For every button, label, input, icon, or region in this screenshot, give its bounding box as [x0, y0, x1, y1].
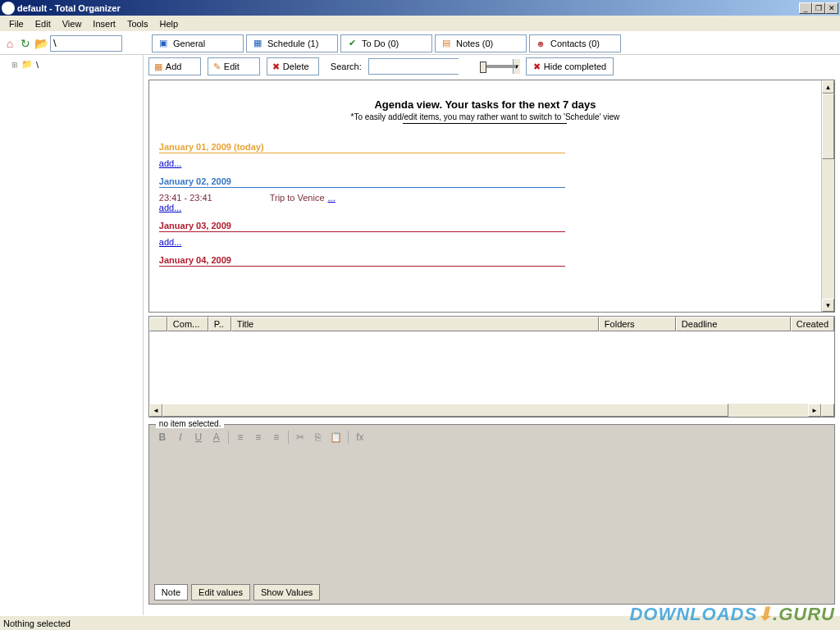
col-icon[interactable]: [149, 317, 167, 331]
col-folders[interactable]: Folders: [599, 317, 676, 331]
paste-icon[interactable]: 📋: [330, 431, 343, 444]
titlebar: default - Total Organizer _ ❐ ✕: [0, 0, 840, 16]
menu-tools[interactable]: Tools: [121, 17, 154, 30]
calendar-icon: ▦: [252, 38, 263, 49]
divider: [403, 123, 567, 124]
note-tab-note[interactable]: Note: [154, 584, 188, 600]
cut-icon[interactable]: ✂: [294, 431, 307, 444]
scroll-up-icon[interactable]: ▲: [822, 80, 834, 94]
scroll-left-icon[interactable]: ◄: [149, 404, 162, 417]
folder-icon: 📁: [21, 59, 33, 70]
align-right-icon[interactable]: ≡: [270, 431, 283, 444]
tab-notes[interactable]: ▤Notes (0): [435, 34, 527, 52]
zoom-slider[interactable]: [480, 65, 516, 68]
hide-icon: ✖: [533, 62, 541, 72]
scroll-down-icon[interactable]: ▼: [822, 299, 834, 312]
home-icon[interactable]: ⌂: [3, 37, 16, 50]
refresh-icon[interactable]: ↻: [19, 37, 32, 50]
event-title: Trip to Venice: [270, 193, 325, 203]
day-header: January 03, 2009: [159, 221, 565, 232]
tab-label: General: [173, 39, 205, 48]
col-priority[interactable]: P..: [208, 317, 231, 331]
note-legend: no item selected.: [156, 419, 225, 428]
minimize-button[interactable]: _: [799, 2, 812, 14]
tab-label: Notes (0): [456, 39, 493, 48]
search-combo[interactable]: ▼: [368, 58, 459, 75]
tree-root[interactable]: ⊞ 📁 \: [3, 58, 139, 71]
underline-icon[interactable]: U: [192, 431, 205, 444]
note-panel: no item selected. B I U A ≡ ≡ ≡ ✂ ⎘ 📋 fx…: [148, 424, 835, 605]
tab-general[interactable]: ▣General: [152, 34, 244, 52]
italic-icon[interactable]: I: [174, 431, 187, 444]
tree-root-label: \: [36, 60, 39, 70]
person-icon: ☻: [535, 38, 546, 49]
vertical-scrollbar[interactable]: ▲ ▼: [821, 80, 834, 312]
note-tab-show-values[interactable]: Show Values: [253, 584, 320, 600]
arrow-icon: ⬇: [757, 604, 773, 624]
menu-help[interactable]: Help: [154, 17, 185, 30]
note-tab-edit-values[interactable]: Edit values: [191, 584, 250, 600]
path-input[interactable]: [50, 35, 122, 52]
add-link[interactable]: add...: [159, 203, 182, 212]
edit-button[interactable]: ✎Edit: [208, 57, 260, 75]
menu-view[interactable]: View: [57, 17, 88, 30]
pencil-icon: ✎: [213, 62, 221, 72]
copy-icon[interactable]: ⎘: [312, 431, 325, 444]
scroll-thumb[interactable]: [162, 404, 728, 417]
table-header: Com... P.. Title Folders Deadline Create…: [149, 317, 834, 331]
scroll-right-icon[interactable]: ►: [808, 404, 821, 417]
note-icon: ▤: [441, 38, 452, 49]
menu-edit[interactable]: Edit: [30, 17, 57, 30]
table-body: [149, 331, 834, 404]
tree-expand-icon: ⊞: [11, 61, 18, 69]
menubar: File Edit View Insert Tools Help: [0, 16, 840, 32]
folder-open-icon[interactable]: 📂: [34, 37, 48, 50]
horizontal-scrollbar[interactable]: ◄ ►: [149, 404, 834, 417]
add-button[interactable]: ▦Add: [148, 57, 201, 75]
font-color-icon[interactable]: A: [210, 431, 223, 444]
day-header: January 02, 2009: [159, 176, 565, 188]
note-toolbar: B I U A ≡ ≡ ≡ ✂ ⎘ 📋 fx: [149, 425, 834, 445]
status-text: Nothing selected: [3, 619, 71, 628]
task-table: Com... P.. Title Folders Deadline Create…: [148, 316, 835, 418]
action-toolbar: ▦Add ✎Edit ✖Delete Search: ▼ ✖Hide compl…: [144, 55, 840, 78]
plus-icon: ▦: [154, 62, 162, 72]
agenda-title: Agenda view. Your tasks for the next 7 d…: [159, 98, 811, 111]
add-link[interactable]: add...: [159, 237, 182, 247]
align-left-icon[interactable]: ≡: [234, 431, 247, 444]
align-center-icon[interactable]: ≡: [252, 431, 265, 444]
maximize-button[interactable]: ❐: [812, 2, 825, 14]
col-created[interactable]: Created: [791, 317, 834, 331]
main-toolbar: ⌂ ↻ 📂 ▣General ▦Schedule (1) ✔To Do (0) …: [0, 32, 840, 55]
watermark: DOWNLOADS⬇.GURU: [629, 604, 835, 625]
day-header: January 04, 2009: [159, 255, 565, 267]
scroll-thumb[interactable]: [822, 94, 834, 159]
event-row[interactable]: 23:41 - 23:41 Trip to Venice...: [159, 193, 811, 203]
general-icon: ▣: [158, 38, 169, 49]
menu-file[interactable]: File: [3, 17, 30, 30]
hide-completed-button[interactable]: ✖Hide completed: [526, 57, 614, 75]
app-icon: [2, 2, 15, 15]
add-link[interactable]: add...: [159, 158, 182, 168]
bold-icon[interactable]: B: [156, 431, 169, 444]
close-button[interactable]: ✕: [825, 2, 838, 14]
separator: [228, 431, 229, 444]
tab-schedule[interactable]: ▦Schedule (1): [246, 34, 338, 52]
event-time: 23:41 - 23:41: [159, 193, 212, 203]
menu-insert[interactable]: Insert: [87, 17, 121, 30]
delete-button[interactable]: ✖Delete: [267, 57, 319, 75]
col-complete[interactable]: Com...: [167, 317, 208, 331]
event-more-link[interactable]: ...: [328, 193, 336, 203]
agenda-subtitle: *To easily add/edit items, you may rathe…: [159, 112, 811, 121]
scroll-corner: [821, 404, 834, 417]
tab-contacts[interactable]: ☻Contacts (0): [529, 34, 621, 52]
col-deadline[interactable]: Deadline: [676, 317, 791, 331]
col-title[interactable]: Title: [231, 317, 599, 331]
tab-label: To Do (0): [362, 39, 399, 48]
formula-icon[interactable]: fx: [354, 431, 367, 444]
agenda-panel: Agenda view. Your tasks for the next 7 d…: [148, 80, 835, 313]
delete-icon: ✖: [272, 62, 280, 72]
tab-todo[interactable]: ✔To Do (0): [340, 34, 432, 52]
day-header: January 01, 2009 (today): [159, 142, 565, 153]
separator: [348, 431, 349, 444]
